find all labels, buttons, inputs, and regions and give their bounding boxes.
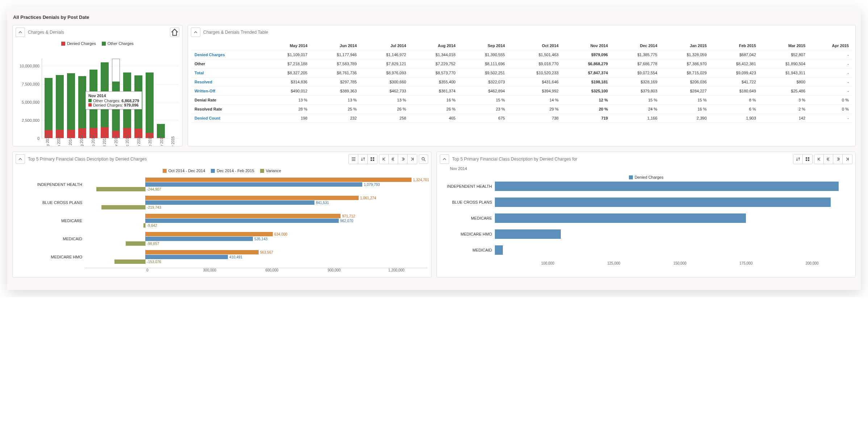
first-page-button[interactable] — [379, 154, 389, 164]
x-tick-label: Jan 2015 — [137, 143, 141, 146]
bar[interactable]: -153,076 — [114, 259, 145, 264]
x-tick-label: Aug 2014 — [80, 143, 84, 146]
row-label[interactable]: Total — [192, 68, 261, 78]
next-page-button[interactable] — [833, 154, 843, 164]
cell: $431,646 — [508, 78, 562, 87]
bar[interactable]: -219,743 — [101, 205, 146, 209]
panel-body: May 2014Jun 2014Jul 2014Aug 2014Sep 2014… — [188, 39, 855, 146]
bar[interactable] — [495, 245, 503, 255]
bar-container — [495, 229, 852, 239]
bar[interactable]: -98,857 — [126, 241, 146, 246]
cell: $7,583,789 — [310, 59, 360, 68]
bar[interactable]: 971,712 — [145, 214, 341, 218]
cell: $1,344,018 — [409, 50, 458, 59]
cell: $314,836 — [261, 78, 310, 87]
legend-item[interactable]: Denied Charges — [61, 41, 96, 46]
first-page-button[interactable] — [814, 154, 824, 164]
search-button[interactable] — [419, 154, 428, 164]
cell: 2,390 — [660, 114, 709, 123]
x-tick-label: Feb 2015 — [148, 143, 152, 146]
bar[interactable] — [495, 213, 746, 223]
row-label[interactable]: Resolved — [192, 78, 261, 87]
cell: 16 % — [409, 96, 458, 105]
svg-rect-1 — [373, 157, 374, 159]
bar-container — [495, 182, 852, 191]
cell: 14 % — [508, 96, 562, 105]
last-page-button[interactable] — [408, 154, 417, 164]
table-row: Other$7,218,188$7,583,789$7,829,121$7,22… — [192, 59, 852, 68]
cell: $25,486 — [759, 87, 808, 96]
bar-column[interactable] — [67, 59, 75, 138]
cell: 258 — [360, 114, 409, 123]
row-label[interactable]: Written-Off — [192, 87, 261, 96]
collapse-button[interactable] — [16, 28, 25, 37]
bar-value-label: 563,567 — [259, 250, 273, 254]
row-label[interactable]: Denied Count — [192, 114, 261, 123]
col-header: Feb 2015 — [710, 41, 759, 50]
cell: 23 % — [458, 105, 508, 114]
bar[interactable]: 1,061,274 — [145, 196, 359, 200]
category-label: MEDICAID — [441, 248, 495, 252]
bar-column[interactable] — [45, 59, 53, 138]
prev-page-button[interactable] — [824, 154, 833, 164]
prev-page-button[interactable] — [389, 154, 398, 164]
next-icon — [401, 157, 405, 161]
table-row: Resolved$314,836$297,785$300,660$355,400… — [192, 78, 852, 87]
bar[interactable]: 563,567 — [145, 250, 259, 254]
cell: $8,573,770 — [409, 68, 458, 78]
bar[interactable] — [495, 198, 831, 207]
cell: $300,660 — [360, 78, 409, 87]
bar-column[interactable] — [157, 59, 165, 138]
bar[interactable]: 1,079,793 — [145, 182, 362, 187]
cell: - — [808, 59, 852, 68]
legend-item[interactable]: Dec 2014 - Feb 2015 — [211, 169, 254, 173]
bar[interactable]: -9,642 — [143, 223, 145, 228]
list-icon — [351, 157, 356, 161]
cell: 25 % — [310, 105, 360, 114]
sort-icon — [796, 157, 800, 161]
bar[interactable] — [495, 182, 839, 191]
bar[interactable]: 410,491 — [145, 255, 228, 259]
bar[interactable]: 962,070 — [145, 219, 339, 223]
list-view-button[interactable] — [349, 154, 358, 164]
bar-column[interactable] — [146, 59, 154, 138]
grid-view-button[interactable] — [368, 154, 377, 164]
legend-item[interactable]: Other Charges — [102, 41, 134, 46]
svg-rect-5 — [806, 157, 807, 159]
panel-top5-comparison: Top 5 Primary Financial Class Descriptio… — [12, 151, 431, 278]
legend-item[interactable]: Denied Charges — [629, 175, 664, 179]
collapse-button[interactable] — [191, 28, 200, 37]
row-label[interactable]: Denied Charges — [192, 50, 261, 59]
svg-rect-0 — [371, 157, 372, 159]
bar-value-label: 841,531 — [314, 201, 329, 205]
collapse-button[interactable] — [16, 154, 25, 164]
bar[interactable]: 634,000 — [145, 232, 273, 236]
sort-button[interactable] — [358, 154, 368, 164]
legend: Oct 2014 - Dec 2014 Dec 2014 - Feb 2015 … — [16, 169, 427, 173]
category-row: INDEPENDENT HEALTH — [441, 182, 852, 191]
home-button[interactable] — [170, 28, 179, 37]
col-header: Jun 2014 — [310, 41, 360, 50]
bar-column[interactable] — [56, 59, 64, 138]
collapse-button[interactable] — [440, 154, 449, 164]
legend-item[interactable]: Variance — [260, 169, 281, 173]
bar-column[interactable] — [78, 59, 86, 138]
bar[interactable]: 1,324,701 — [145, 178, 412, 182]
next-page-button[interactable] — [398, 154, 408, 164]
bar[interactable]: -244,907 — [96, 187, 146, 191]
bar[interactable] — [495, 229, 561, 239]
cell: $1,177,946 — [310, 50, 360, 59]
last-page-button[interactable] — [843, 154, 852, 164]
category-label: MEDICARE HMO — [441, 232, 495, 236]
bar[interactable]: 535,143 — [145, 237, 253, 241]
bar[interactable]: 841,531 — [145, 200, 314, 205]
cell: 29 % — [508, 105, 562, 114]
grid-view-button[interactable] — [803, 154, 812, 164]
sort-button[interactable] — [793, 154, 803, 164]
legend-item[interactable]: Oct 2014 - Dec 2014 — [163, 169, 205, 173]
bar-column[interactable] — [168, 59, 176, 138]
tooltip: Nov 2014 Other Charges: 6,868,279 Denied… — [85, 91, 142, 109]
search-icon — [421, 157, 426, 161]
cell: 26 % — [360, 105, 409, 114]
cell: 16 % — [660, 105, 709, 114]
